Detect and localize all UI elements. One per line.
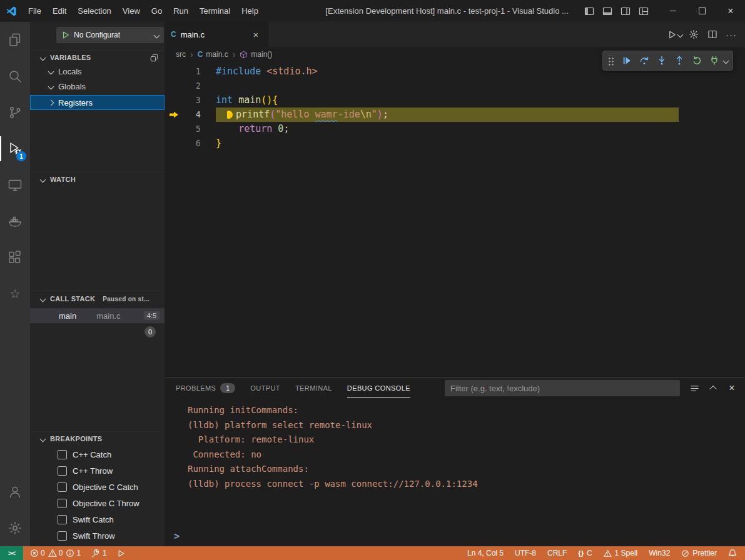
code-line-6[interactable]: 6} <box>165 136 745 151</box>
editor-settings-button[interactable] <box>686 27 701 42</box>
call-stack-frame[interactable]: main main.c 4:5 <box>30 308 165 323</box>
toolbar-grip-icon[interactable] <box>607 56 615 66</box>
breakpoint-checkbox[interactable] <box>58 515 67 524</box>
sidebar-item-explorer[interactable] <box>0 22 30 58</box>
breakpoint-checkbox[interactable] <box>58 531 67 541</box>
folding-margin[interactable] <box>201 108 216 122</box>
cursor-position[interactable]: Ln 4, Col 5 <box>464 549 507 558</box>
problems-status[interactable]: 0 0 1 <box>27 549 84 558</box>
maximize-button[interactable] <box>687 0 716 22</box>
spell-checker-status[interactable]: 1 Spell <box>601 549 641 558</box>
menu-selection[interactable]: Selection <box>72 0 116 22</box>
menu-terminal[interactable]: Terminal <box>194 0 236 22</box>
close-tab-icon[interactable]: × <box>250 28 262 41</box>
menu-help[interactable]: Help <box>236 0 264 22</box>
breadcrumb-symbol[interactable]: main() <box>240 50 272 59</box>
console-input-prompt[interactable]: > <box>174 531 180 542</box>
split-editor-button[interactable] <box>705 27 720 42</box>
variables-group-locals[interactable]: Locals <box>30 64 165 79</box>
start-debug-icon[interactable] <box>61 31 70 39</box>
toggle-sidebar-icon[interactable] <box>584 6 594 16</box>
language-mode[interactable]: {} C <box>575 549 595 558</box>
debug-status[interactable] <box>114 549 128 558</box>
sidebar-item-search[interactable] <box>0 58 30 94</box>
sidebar-item-source-control[interactable] <box>0 94 30 131</box>
restart-button[interactable] <box>689 52 705 69</box>
variables-group-registers[interactable]: Registers <box>30 95 165 110</box>
maximize-panel-icon[interactable] <box>706 381 720 395</box>
customize-layout-icon[interactable] <box>638 6 649 16</box>
breakpoint-gutter[interactable] <box>165 79 183 93</box>
code-line-3[interactable]: 3int main(){ <box>165 93 745 108</box>
run-file-button[interactable] <box>667 27 682 42</box>
folding-margin[interactable] <box>201 136 216 151</box>
prettier-status[interactable]: Prettier <box>678 549 720 558</box>
encoding-status[interactable]: UTF-8 <box>512 549 539 558</box>
sidebar-item-remote-explorer[interactable] <box>0 167 30 203</box>
chevron-down-icon[interactable] <box>722 59 729 63</box>
breakpoint-objective-c-catch[interactable]: Objective C Catch <box>30 479 165 495</box>
more-actions-button[interactable]: ··· <box>724 27 739 42</box>
panel-tab-terminal[interactable]: TERMINAL <box>295 378 332 398</box>
step-out-button[interactable] <box>671 52 687 69</box>
panel-tab-debug-console[interactable]: DEBUG CONSOLE <box>347 378 410 398</box>
menu-file[interactable]: File <box>23 0 47 22</box>
breakpoint-checkbox[interactable] <box>58 499 67 508</box>
toggle-panel-icon[interactable] <box>602 6 612 16</box>
variables-group-globals[interactable]: Globals <box>30 79 165 94</box>
section-header-watch[interactable]: WATCH <box>30 172 165 186</box>
step-into-button[interactable] <box>654 52 670 69</box>
sidebar-item-docker[interactable] <box>0 203 30 239</box>
remote-indicator[interactable]: >< <box>0 546 23 560</box>
breadcrumb-file[interactable]: C main.c <box>198 50 228 59</box>
menu-view[interactable]: View <box>117 0 146 22</box>
settings-button[interactable] <box>0 510 30 546</box>
breakpoint-c-throw[interactable]: C++ Throw <box>30 462 165 479</box>
breakpoint-swift-throw[interactable]: Swift Throw <box>30 528 165 544</box>
minimize-button[interactable] <box>659 0 687 22</box>
code-area[interactable]: 1#include <stdio.h>23int main(){4 printf… <box>165 62 745 378</box>
sidebar-item-favorites[interactable]: ☆ <box>0 276 30 312</box>
folding-margin[interactable] <box>201 79 216 93</box>
continue-button[interactable] <box>619 52 635 69</box>
folding-margin[interactable] <box>201 122 216 136</box>
copy-icon[interactable] <box>150 54 158 62</box>
toggle-secondary-sidebar-icon[interactable] <box>620 6 631 16</box>
breadcrumb-folder[interactable]: src <box>176 50 186 59</box>
sidebar-item-extensions[interactable] <box>0 239 30 276</box>
breakpoint-gutter[interactable] <box>165 136 183 151</box>
eol-status[interactable]: CRLF <box>544 549 570 558</box>
close-window-button[interactable]: × <box>716 0 745 22</box>
breakpoint-c-catch[interactable]: C++ Catch <box>30 446 165 462</box>
menu-run[interactable]: Run <box>168 0 194 22</box>
sidebar-item-run-and-debug[interactable]: 1 <box>0 131 30 167</box>
code-line-5[interactable]: 5 return 0; <box>165 122 745 136</box>
tools-status[interactable]: 1 <box>88 549 110 558</box>
section-header-variables[interactable]: VARIABLES <box>30 50 165 64</box>
menu-go[interactable]: Go <box>146 0 168 22</box>
menu-edit[interactable]: Edit <box>47 0 72 22</box>
folding-margin[interactable] <box>201 93 216 108</box>
breakpoint-checkbox[interactable] <box>58 466 67 476</box>
folding-margin[interactable] <box>201 64 216 79</box>
section-header-breakpoints[interactable]: BREAKPOINTS <box>30 431 165 446</box>
breakpoint-gutter[interactable] <box>165 108 183 122</box>
code-line-4[interactable]: 4 printf("hello wamr-ide\n"); <box>165 108 745 122</box>
debug-config-dropdown[interactable]: No Configurat <box>56 27 164 43</box>
step-over-button[interactable] <box>636 52 652 69</box>
breakpoint-objective-c-throw[interactable]: Objective C Throw <box>30 495 165 511</box>
panel-tab-problems[interactable]: PROBLEMS1 <box>176 378 235 398</box>
breakpoint-gutter[interactable] <box>165 122 183 136</box>
breakpoint-gutter[interactable] <box>165 93 183 108</box>
section-header-call-stack[interactable]: CALL STACK Paused on st... <box>30 291 165 306</box>
breakpoint-checkbox[interactable] <box>58 450 67 459</box>
console-lines-icon[interactable] <box>687 381 701 395</box>
code-line-2[interactable]: 2 <box>165 79 745 93</box>
breakpoint-swift-catch[interactable]: Swift Catch <box>30 511 165 528</box>
accounts-button[interactable] <box>0 474 30 510</box>
platform-status[interactable]: Win32 <box>646 549 673 558</box>
breakpoint-checkbox[interactable] <box>58 482 67 492</box>
notifications-button[interactable] <box>725 549 740 558</box>
debug-console-filter-input[interactable] <box>445 380 680 396</box>
disconnect-button[interactable] <box>706 52 722 69</box>
